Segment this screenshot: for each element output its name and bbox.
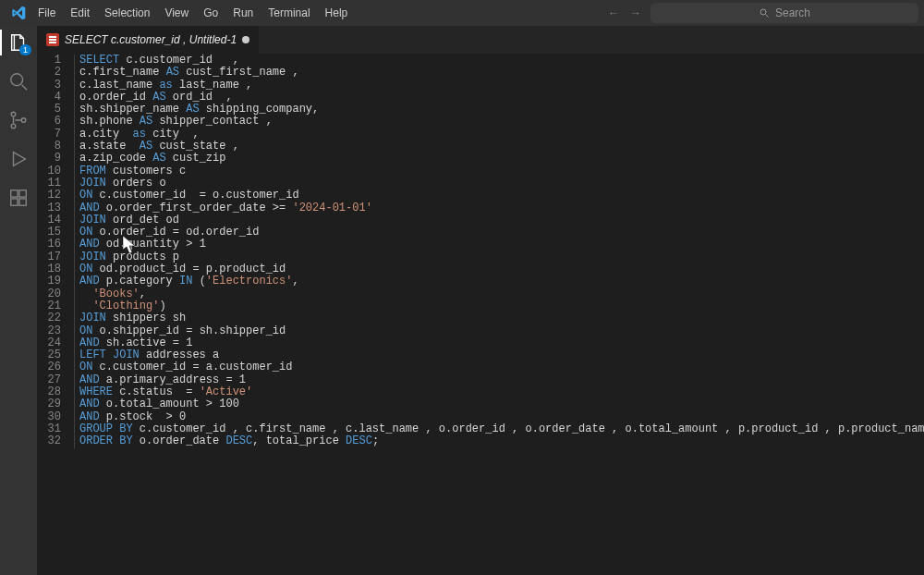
menu-edit[interactable]: Edit [64,4,96,22]
svg-point-6 [21,118,26,123]
code-line[interactable]: a.city as city , [74,128,924,141]
code-line[interactable]: AND o.total_amount > 100 [74,398,924,410]
activity-bar: 1 [0,26,37,575]
extensions-icon[interactable] [7,187,30,209]
nav-forward-icon[interactable]: → [630,6,641,19]
tab-title: SELECT c.customer_id , Untitled-1 [65,33,237,46]
code-line[interactable]: sh.shipper_name AS shipping_company, [74,104,924,116]
menu-view[interactable]: View [158,4,195,22]
code-editor[interactable]: 1234567891011121314151617181920212223242… [37,54,924,575]
code-line[interactable]: AND a.primary_address = 1 [74,374,924,386]
svg-rect-8 [11,199,18,205]
code-line[interactable]: AND sh.active = 1 [74,337,924,349]
code-line[interactable]: ON o.shipper_id = sh.shipper_id [74,325,924,337]
code-line[interactable]: JOIN shippers sh [74,312,924,324]
code-line[interactable]: AND p.stock > 0 [74,411,924,423]
search-icon [759,7,770,18]
menu-run[interactable]: Run [226,4,260,22]
explorer-badge: 1 [19,44,31,55]
svg-point-2 [11,74,23,86]
code-line[interactable]: AND o.order_first_order_date >= '2024-01… [74,202,924,214]
line-number-gutter: 1234567891011121314151617181920212223242… [37,54,74,575]
source-control-icon[interactable] [7,109,30,131]
run-debug-icon[interactable] [7,148,30,170]
svg-rect-10 [19,190,26,197]
code-line[interactable]: GROUP BY c.customer_id , c.first_name , … [74,423,924,435]
code-line[interactable]: JOIN orders o [74,177,924,190]
code-line[interactable]: a.zip_code AS cust_zip [74,153,924,165]
code-line[interactable]: LEFT JOIN addresses a [74,349,924,361]
explorer-icon[interactable]: 1 [7,31,30,54]
nav-back-icon[interactable]: ← [608,6,619,19]
code-line[interactable]: ON c.customer_id = o.customer_id [74,190,924,202]
menu-terminal[interactable]: Terminal [261,4,316,22]
code-line[interactable]: FROM customers c [74,165,924,177]
svg-line-1 [765,15,768,18]
svg-rect-7 [11,190,18,197]
code-line[interactable]: 'Clothing') [74,300,924,312]
command-center-search[interactable]: Search [650,3,918,23]
vscode-logo-icon [11,6,26,20]
code-content[interactable]: SELECT c.customer_id ,c.first_name AS cu… [74,54,924,575]
menu-go[interactable]: Go [197,4,225,22]
svg-line-3 [22,85,27,91]
tab-bar: SELECT c.customer_id , Untitled-1 [37,26,924,54]
code-line[interactable]: ORDER BY o.order_date DESC, total_price … [74,435,924,447]
code-line[interactable]: JOIN products p [74,251,924,263]
code-line[interactable]: c.first_name AS cust_first_name , [74,67,924,79]
dirty-indicator-icon [242,36,249,43]
code-line[interactable]: AND p.category IN ('Electronics', [74,275,924,288]
code-line[interactable]: AND od.quantity > 1 [74,239,924,251]
code-line[interactable]: ON o.order_id = od.order_id [74,226,924,239]
menu-file[interactable]: File [31,4,62,22]
code-line[interactable]: c.last_name as last_name , [74,80,924,92]
svg-point-4 [11,112,16,116]
code-line[interactable]: SELECT c.customer_id , [74,55,924,67]
code-line[interactable]: JOIN ord_det od [74,214,924,226]
svg-point-5 [11,124,16,128]
search-activity-icon[interactable] [7,70,30,92]
menu-help[interactable]: Help [319,4,355,22]
code-line[interactable]: 'Books', [74,288,924,300]
code-line[interactable]: o.order_id AS ord_id , [74,92,924,104]
title-bar: FileEditSelectionViewGoRunTerminalHelp ←… [0,0,924,26]
code-line[interactable]: a.state AS cust_state , [74,141,924,153]
main-menu: FileEditSelectionViewGoRunTerminalHelp [31,4,354,22]
svg-point-0 [760,9,766,15]
search-placeholder: Search [775,6,810,19]
sql-file-icon [46,33,59,46]
code-line[interactable]: ON c.customer_id = a.customer_id [74,361,924,373]
code-line[interactable]: WHERE c.status = 'Active' [74,386,924,398]
editor-tab[interactable]: SELECT c.customer_id , Untitled-1 [37,26,260,54]
menu-selection[interactable]: Selection [98,4,156,22]
code-line[interactable]: ON od.product_id = p.product_id [74,263,924,275]
editor-area: SELECT c.customer_id , Untitled-1 123456… [37,26,924,575]
svg-rect-9 [19,199,26,205]
nav-arrows: ← → [608,6,641,19]
code-line[interactable]: sh.phone AS shipper_contact , [74,116,924,128]
